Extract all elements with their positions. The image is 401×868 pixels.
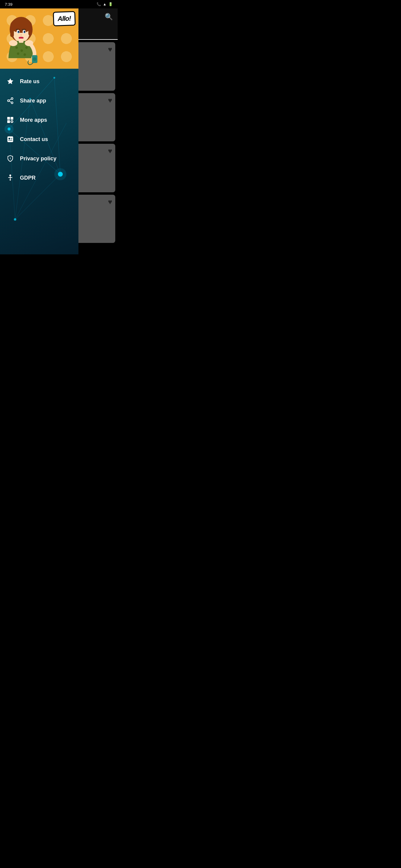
- sidebar-item-privacy-policy[interactable]: Privacy policy: [0, 149, 79, 168]
- svg-rect-48: [12, 121, 12, 122]
- svg-rect-3: [10, 25, 14, 37]
- shield-icon: [6, 154, 15, 163]
- svg-point-38: [11, 98, 13, 99]
- more-apps-icon: [6, 116, 15, 124]
- svg-point-15: [25, 46, 28, 49]
- svg-rect-60: [10, 179, 10, 181]
- star-icon: [6, 77, 15, 86]
- sidebar-item-rate-us[interactable]: Rate us: [0, 72, 79, 91]
- svg-rect-59: [8, 177, 12, 178]
- svg-point-34: [14, 218, 16, 221]
- svg-line-41: [9, 101, 11, 102]
- svg-point-9: [19, 31, 19, 32]
- drawer-items-list: Rate us Share app: [0, 69, 79, 190]
- svg-point-57: [9, 175, 11, 176]
- navigation-drawer: Allo!: [0, 8, 79, 254]
- sidebar-item-contact-us[interactable]: Contact us: [0, 130, 79, 149]
- svg-point-16: [17, 53, 19, 55]
- drawer-menu: Rate us Share app: [0, 69, 79, 254]
- svg-point-40: [11, 102, 13, 104]
- phone-icon: 📞: [96, 2, 101, 6]
- status-icons: 📞 ▲ 🔋: [96, 2, 113, 6]
- heart-icon: ♥: [108, 96, 112, 104]
- svg-line-42: [9, 99, 11, 100]
- status-bar: 7:39 📞 ▲ 🔋: [0, 0, 118, 8]
- sidebar-item-more-apps[interactable]: More apps: [0, 110, 79, 130]
- svg-rect-20: [19, 38, 24, 43]
- heart-icon: ♥: [108, 45, 112, 54]
- share-icon: [6, 96, 15, 105]
- svg-rect-45: [7, 120, 10, 123]
- svg-rect-61: [10, 179, 11, 181]
- svg-point-10: [24, 31, 25, 32]
- sidebar-item-label: Share app: [20, 98, 46, 104]
- search-button[interactable]: 🔍: [105, 13, 113, 21]
- svg-rect-43: [7, 117, 10, 120]
- sidebar-item-share-app[interactable]: Share app: [0, 91, 79, 110]
- svg-rect-54: [8, 140, 12, 141]
- svg-point-51: [8, 138, 10, 140]
- svg-rect-49: [7, 136, 13, 142]
- sidebar-item-label: More apps: [20, 117, 47, 123]
- svg-point-22: [33, 57, 36, 61]
- signal-icon: ▲: [103, 2, 107, 6]
- drawer-header: Allo!: [0, 8, 79, 69]
- svg-point-14: [21, 50, 23, 52]
- svg-point-18: [9, 40, 18, 46]
- speech-bubble: Allo!: [53, 11, 76, 27]
- heart-icon: ♥: [108, 147, 112, 155]
- sidebar-item-label: Contact us: [20, 136, 48, 143]
- contact-icon: [6, 135, 15, 144]
- woman-illustration: [3, 16, 39, 69]
- svg-point-39: [7, 100, 9, 101]
- svg-point-13: [16, 46, 18, 49]
- pop-art-background: Allo!: [0, 8, 79, 69]
- status-time: 7:39: [5, 2, 12, 7]
- svg-point-11: [20, 34, 22, 36]
- svg-rect-4: [28, 25, 32, 36]
- gdpr-icon: [6, 174, 15, 182]
- svg-rect-52: [11, 138, 12, 138]
- svg-rect-53: [11, 139, 12, 140]
- sidebar-item-label: GDPR: [20, 175, 36, 181]
- sidebar-item-gdpr[interactable]: GDPR: [0, 168, 79, 187]
- svg-rect-44: [10, 117, 13, 120]
- heart-icon: ♥: [108, 198, 112, 206]
- sidebar-item-label: Rate us: [20, 79, 39, 85]
- sidebar-item-label: Privacy policy: [20, 156, 56, 162]
- svg-point-17: [24, 53, 26, 56]
- battery-icon: 🔋: [108, 2, 113, 6]
